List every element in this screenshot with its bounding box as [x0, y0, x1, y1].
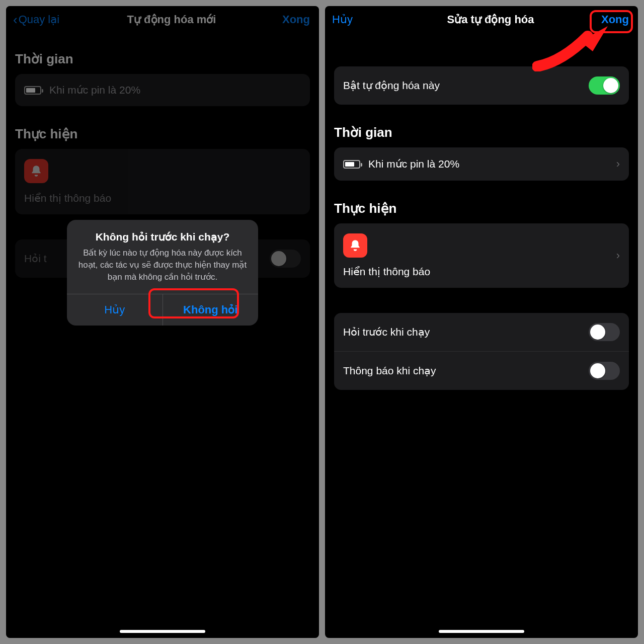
enable-label: Bật tự động hóa này	[343, 79, 581, 92]
chevron-right-icon: ›	[616, 249, 620, 262]
enable-toggle[interactable]	[589, 76, 620, 95]
notify-run-row[interactable]: Thông báo khi chạy	[334, 352, 629, 390]
notify-run-toggle[interactable]	[589, 362, 620, 380]
screenshot-right: Hủy Sửa tự động hóa Xong Bật tự động hóa…	[325, 6, 638, 638]
cancel-label: Hủy	[332, 13, 353, 26]
ask-before-label: Hỏi trước khi chạy	[343, 326, 581, 338]
section-do-title: Thực hiện	[334, 201, 629, 216]
battery-trigger-label: Khi mức pin là 20%	[368, 158, 608, 170]
alert-confirm-button[interactable]: Không hỏi	[163, 294, 259, 326]
cancel-button[interactable]: Hủy	[332, 13, 392, 26]
ask-before-row[interactable]: Hỏi trước khi chạy	[334, 313, 629, 352]
bell-icon	[343, 233, 367, 258]
options-card: Hỏi trước khi chạy Thông báo khi chạy	[334, 313, 629, 390]
time-card: Khi mức pin là 20% ›	[334, 147, 629, 181]
alert-title: Không hỏi trước khi chạy?	[67, 220, 258, 247]
battery-trigger-row[interactable]: Khi mức pin là 20% ›	[334, 147, 629, 181]
battery-icon	[343, 160, 360, 169]
action-card[interactable]: Hiển thị thông báo ›	[334, 223, 629, 288]
alert-buttons: Hủy Không hỏi	[67, 294, 258, 326]
home-indicator[interactable]	[439, 630, 524, 633]
home-indicator[interactable]	[120, 630, 205, 633]
enable-automation-row[interactable]: Bật tự động hóa này	[334, 66, 629, 105]
section-time-title: Thời gian	[334, 125, 629, 140]
confirm-alert: Không hỏi trước khi chạy? Bất kỳ lúc nào…	[67, 220, 258, 326]
notify-run-label: Thông báo khi chạy	[343, 365, 581, 377]
action-label: Hiển thị thông báo	[343, 266, 430, 278]
ask-before-toggle[interactable]	[589, 323, 620, 341]
content-area: Bật tự động hóa này Thời gian Khi mức pi…	[325, 31, 638, 390]
done-button[interactable]: Xong	[589, 13, 629, 26]
nav-bar: Hủy Sửa tự động hóa Xong	[325, 6, 638, 31]
alert-cancel-button[interactable]: Hủy	[67, 294, 163, 326]
alert-message: Bất kỳ lúc nào tự động hóa này được kích…	[67, 247, 258, 294]
enable-card: Bật tự động hóa này	[334, 66, 629, 105]
page-title: Sửa tự động hóa	[392, 13, 589, 26]
screenshot-left: ‹ Quay lại Tự động hóa mới Xong Thời gia…	[6, 6, 319, 638]
chevron-right-icon: ›	[616, 157, 620, 171]
